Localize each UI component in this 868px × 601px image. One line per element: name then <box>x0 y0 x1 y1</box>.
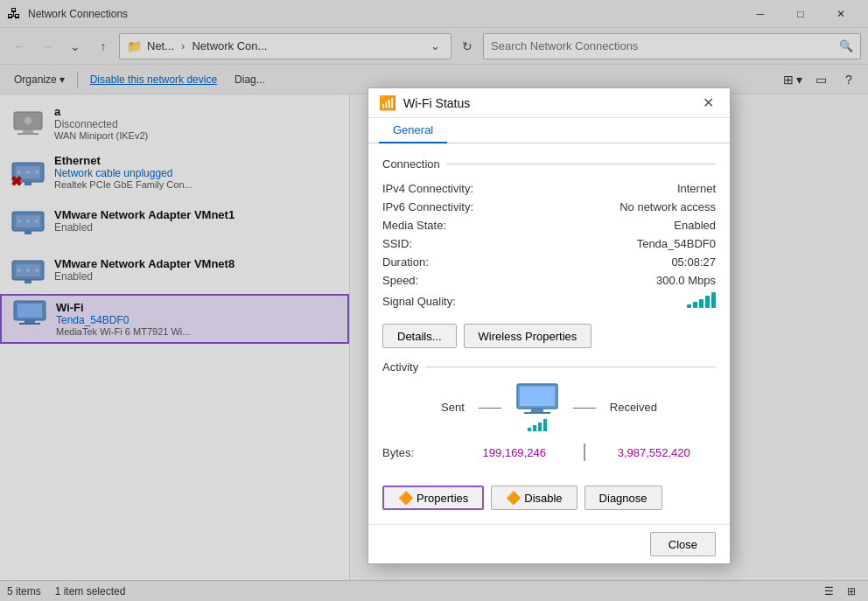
dialog-tabs: General <box>368 118 730 143</box>
dialog-overlay: 📶 Wi-Fi Status ✕ General Connection IPv4… <box>0 0 868 601</box>
svg-rect-28 <box>531 409 543 412</box>
signal-bar-3 <box>699 299 704 308</box>
dialog-title: Wi-Fi Status <box>403 96 690 110</box>
wireless-properties-button[interactable]: Wireless Properties <box>464 324 592 348</box>
speed-value: 300.0 Mbps <box>505 274 716 287</box>
signal-bars <box>687 292 716 308</box>
media-state-row: Media State: Enabled <box>382 216 716 234</box>
signal-bar-2 <box>693 302 697 308</box>
section-divider <box>447 164 716 164</box>
media-state-label: Media State: <box>382 219 505 232</box>
sent-arrow: —— <box>479 401 501 414</box>
wifi-status-dialog: 📶 Wi-Fi Status ✕ General Connection IPv4… <box>368 87 731 564</box>
signal-bar-5 <box>711 292 716 308</box>
received-label: Received <box>610 401 657 414</box>
ssid-row: SSID: Tenda_54BDF0 <box>382 234 716 253</box>
received-arrow: —— <box>573 401 596 414</box>
dialog-action-buttons: 🔶 Properties 🔶 Disable Diagnose <box>382 479 716 510</box>
bytes-label: Bytes: <box>382 446 452 459</box>
ipv4-row: IPv4 Connectivity: Internet <box>382 179 716 198</box>
ipv4-value: Internet <box>505 182 716 195</box>
details-button[interactable]: Details... <box>382 324 457 348</box>
activity-computer-container <box>515 382 559 431</box>
signal-bar-1 <box>687 304 691 308</box>
connection-buttons: Details... Wireless Properties <box>382 324 716 348</box>
ipv6-value: No network access <box>505 200 716 213</box>
svg-rect-29 <box>524 412 550 414</box>
dialog-close-button[interactable]: ✕ <box>696 92 719 115</box>
properties-button[interactable]: 🔶 Properties <box>382 486 484 510</box>
connection-section-header: Connection <box>382 157 716 171</box>
speed-row: Speed: 300.0 Mbps <box>382 271 716 290</box>
activity-section: Activity Sent —— <box>382 360 716 465</box>
activity-section-header: Activity <box>382 360 716 374</box>
disable-icon: 🔶 <box>506 491 521 505</box>
duration-value: 05:08:27 <box>505 255 716 269</box>
activity-middle: Sent —— <box>382 382 716 431</box>
bytes-row: Bytes: 199,169,246 3,987,552,420 <box>382 440 716 465</box>
properties-icon: 🔶 <box>398 491 413 505</box>
dialog-close-main-button[interactable]: Close <box>650 532 716 556</box>
svg-rect-27 <box>520 387 555 406</box>
signal-quality-label: Signal Quality: <box>382 295 505 308</box>
ipv6-row: IPv6 Connectivity: No network access <box>382 198 716 216</box>
activity-wifi-bars <box>528 419 547 431</box>
media-state-value: Enabled <box>505 219 716 232</box>
duration-label: Duration: <box>382 255 505 269</box>
bytes-separator <box>584 444 585 461</box>
dialog-title-bar: 📶 Wi-Fi Status ✕ <box>368 88 730 118</box>
dialog-body: Connection IPv4 Connectivity: Internet I… <box>368 143 730 524</box>
ipv4-label: IPv4 Connectivity: <box>382 182 505 195</box>
bytes-received-value: 3,987,552,420 <box>592 446 717 459</box>
disable-button[interactable]: 🔶 Disable <box>491 486 577 510</box>
ssid-value: Tenda_54BDF0 <box>505 237 716 250</box>
section-divider <box>425 367 716 367</box>
tab-general[interactable]: General <box>379 118 447 143</box>
ssid-label: SSID: <box>382 237 505 250</box>
duration-row: Duration: 05:08:27 <box>382 253 716 271</box>
bytes-sent-value: 199,169,246 <box>452 446 577 459</box>
signal-bar-4 <box>705 296 710 308</box>
wifi-status-icon: 📶 <box>379 94 396 111</box>
sent-label: Sent <box>441 401 465 414</box>
dialog-footer: Close <box>368 524 730 563</box>
speed-label: Speed: <box>382 274 505 287</box>
diagnose-dialog-button[interactable]: Diagnose <box>584 486 662 510</box>
ipv6-label: IPv6 Connectivity: <box>382 200 505 213</box>
signal-quality-value <box>505 292 716 311</box>
signal-quality-row: Signal Quality: <box>382 290 716 313</box>
activity-computer-icon <box>515 382 559 417</box>
